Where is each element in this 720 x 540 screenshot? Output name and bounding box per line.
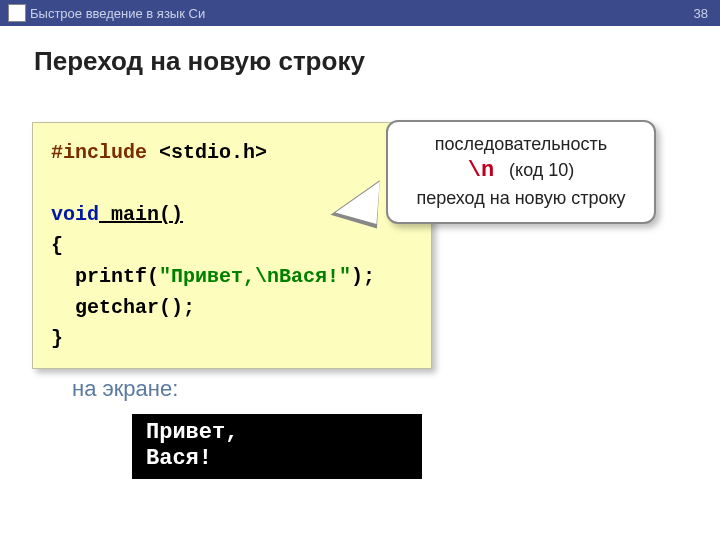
getchar-line: getchar(); [51,292,413,323]
string-escape: \n [255,265,279,288]
code-block: #include <stdio.h> void main() { printf(… [32,122,432,369]
balloon-escape: \n [468,158,494,183]
balloon-line3: переход на новую строку [404,186,638,210]
balloon-code-note: (код 10) [494,160,574,180]
slide-header: Быстрое введение в язык Си 38 [0,0,720,26]
main-signature: main() [99,203,183,226]
balloon-line1: последовательность [404,132,638,156]
void-keyword: void [51,203,99,226]
breadcrumb: Быстрое введение в язык Си [30,6,205,21]
slide-title: Переход на новую строку [34,46,720,77]
string-part1: "Привет, [159,265,255,288]
printf-call: printf( [51,265,159,288]
console-output: Привет, Вася! [132,414,422,479]
printf-end: ); [351,265,375,288]
brace-close: } [51,323,413,354]
callout-balloon: последовательность \n (код 10) переход н… [386,120,656,224]
include-arg: <stdio.h> [147,141,267,164]
onscreen-label: на экране: [72,376,178,402]
string-part2: Вася!" [279,265,351,288]
include-keyword: #include [51,141,147,164]
header-logo-square [8,4,26,22]
page-number: 38 [694,6,708,21]
